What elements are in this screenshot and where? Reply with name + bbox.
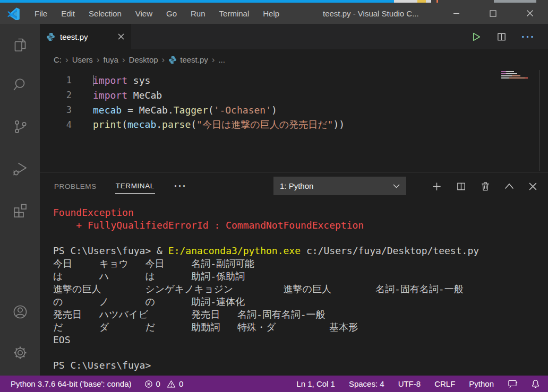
- menu-go[interactable]: Go: [159, 9, 184, 18]
- python-icon: [46, 32, 55, 41]
- more-actions-icon[interactable]: ···: [521, 34, 535, 39]
- tab-label: teest.py: [60, 32, 113, 41]
- line-number: 1: [40, 75, 72, 85]
- breadcrumb-item[interactable]: Users: [72, 55, 93, 64]
- source-control-icon[interactable]: [12, 118, 29, 135]
- code-text: import sys: [93, 75, 150, 86]
- close-panel-icon[interactable]: [528, 182, 537, 191]
- editor-actions: ···: [470, 24, 535, 49]
- terminal-output[interactable]: FoundException+ FullyQualifiedErrorId : …: [40, 200, 548, 372]
- chevron-right-icon: ›: [65, 55, 68, 65]
- chevron-right-icon: ›: [212, 55, 215, 65]
- indentation-status[interactable]: Spaces: 4: [349, 379, 384, 388]
- chevron-right-icon: ›: [97, 55, 100, 65]
- code-line[interactable]: 4print(mecab.parse("今日は進撃の巨人の発売日だ")): [40, 117, 548, 132]
- terminal-line: [53, 232, 548, 245]
- window-controls: [438, 3, 548, 24]
- chevron-right-icon: ›: [162, 55, 165, 65]
- menu-help[interactable]: Help: [256, 9, 286, 18]
- title-bar: FileEditSelectionViewGoRunTerminalHelp t…: [0, 3, 548, 24]
- error-icon: [144, 380, 153, 388]
- editor-tab-bar: teest.py ···: [40, 24, 548, 49]
- split-editor-icon[interactable]: [496, 32, 507, 42]
- line-number: 4: [40, 119, 72, 130]
- terminal-line: 今日キョウ今日名詞-副詞可能: [53, 257, 548, 270]
- menu-terminal[interactable]: Terminal: [212, 9, 256, 18]
- breadcrumb-item[interactable]: fuya: [104, 55, 118, 64]
- vscode-window: FileEditSelectionViewGoRunTerminalHelp t…: [0, 0, 548, 392]
- terminal-line: PS C:\Users\fuya>: [53, 359, 548, 372]
- terminal-line: 進撃の巨人シンゲキノキョジン進撃の巨人名詞-固有名詞-一般: [53, 283, 548, 295]
- split-terminal-icon[interactable]: [456, 181, 466, 191]
- account-icon[interactable]: [12, 303, 29, 320]
- settings-icon[interactable]: [12, 344, 29, 361]
- error-count: 0: [156, 379, 160, 388]
- code-text: mecab = MeCab.Tagger('-Ochasen'): [93, 104, 277, 116]
- menu-view[interactable]: View: [129, 9, 159, 18]
- python-icon: [168, 56, 177, 64]
- activity-bar: [0, 24, 40, 376]
- menu-edit[interactable]: Edit: [54, 9, 82, 18]
- vscode-logo-icon: [7, 7, 20, 20]
- panel-header: PROBLEMS TERMINAL ··· 1: Python: [40, 172, 548, 200]
- chevron-right-icon: ›: [122, 55, 125, 65]
- kill-terminal-icon[interactable]: [481, 181, 490, 191]
- terminal-line: のノの助詞-連体化: [53, 295, 548, 308]
- bottom-panel: PROBLEMS TERMINAL ··· 1: Python: [40, 172, 548, 376]
- cursor-position-status[interactable]: Ln 1, Col 1: [296, 379, 335, 388]
- run-icon[interactable]: [470, 31, 482, 42]
- breadcrumb-item[interactable]: ...: [218, 55, 225, 64]
- menu-file[interactable]: File: [28, 9, 54, 18]
- terminal-line: 発売日ハツバイビ発売日名詞-固有名詞-一般: [53, 308, 548, 321]
- encoding-status[interactable]: UTF-8: [398, 379, 421, 388]
- menu-run[interactable]: Run: [184, 9, 212, 18]
- code-text: import MeCab: [93, 90, 162, 101]
- terminal-line: FoundException: [53, 206, 548, 219]
- breadcrumb-item[interactable]: teest.py: [180, 55, 208, 64]
- code-editor[interactable]: 1import sys2import MeCab3mecab = MeCab.T…: [40, 70, 548, 172]
- breadcrumb-item[interactable]: Desktop: [129, 55, 158, 64]
- code-line[interactable]: 2import MeCab: [40, 88, 548, 102]
- close-icon[interactable]: [511, 3, 548, 24]
- terminal-line: PS C:\Users\fuya> & E:/anaconda3/python.…: [53, 245, 548, 257]
- feedback-icon[interactable]: [508, 379, 518, 388]
- panel-more-tabs-icon[interactable]: ···: [174, 184, 187, 188]
- tab-problems[interactable]: PROBLEMS: [54, 179, 97, 194]
- panel-actions: [432, 172, 537, 200]
- minimap[interactable]: [501, 71, 533, 80]
- tab-terminal[interactable]: TERMINAL: [115, 179, 155, 194]
- search-icon[interactable]: [12, 76, 29, 93]
- status-bar: Python 3.7.6 64-bit ('base': conda) 0 0 …: [0, 376, 548, 392]
- overview-ruler: [539, 70, 540, 171]
- tab-close-icon[interactable]: [117, 33, 125, 40]
- breadcrumb: C:›Users›fuya›Desktop› teest.py›...: [40, 49, 548, 70]
- tab-teest-py[interactable]: teest.py: [40, 24, 131, 49]
- python-interpreter-status[interactable]: Python 3.7.6 64-bit ('base': conda): [11, 379, 132, 388]
- terminal-line: はハは助詞-係助詞: [53, 270, 548, 283]
- terminal-picker-dropdown[interactable]: 1: Python: [273, 177, 406, 195]
- terminal-line: EOS: [53, 334, 548, 346]
- line-number: 3: [40, 104, 72, 115]
- breadcrumb-item[interactable]: C:: [54, 55, 62, 64]
- explorer-icon[interactable]: [12, 37, 29, 54]
- warning-icon: [167, 380, 176, 388]
- bell-icon[interactable]: [532, 379, 540, 388]
- chevron-down-icon: [393, 184, 400, 188]
- terminal-line: だダだ助動詞特殊・ダ基本形: [53, 321, 548, 334]
- extensions-icon[interactable]: [12, 202, 29, 219]
- code-text: print(mecab.parse("今日は進撃の巨人の発売日だ")): [93, 118, 345, 131]
- code-line[interactable]: 3mecab = MeCab.Tagger('-Ochasen'): [40, 102, 548, 117]
- maximize-panel-icon[interactable]: [504, 183, 514, 189]
- problems-status[interactable]: 0 0: [144, 379, 184, 388]
- terminal-picker-value: 1: Python: [280, 181, 313, 190]
- new-terminal-icon[interactable]: [432, 181, 442, 191]
- menu-selection[interactable]: Selection: [82, 9, 129, 18]
- run-debug-icon[interactable]: [12, 160, 29, 177]
- code-line[interactable]: 1import sys: [40, 73, 548, 88]
- code-lines: 1import sys2import MeCab3mecab = MeCab.T…: [40, 73, 548, 132]
- minimize-icon[interactable]: [438, 3, 475, 24]
- window-title: teest.py - Visual Studio C...: [323, 3, 419, 24]
- eol-status[interactable]: CRLF: [434, 379, 455, 388]
- maximize-icon[interactable]: [475, 3, 511, 24]
- language-mode-status[interactable]: Python: [469, 379, 494, 388]
